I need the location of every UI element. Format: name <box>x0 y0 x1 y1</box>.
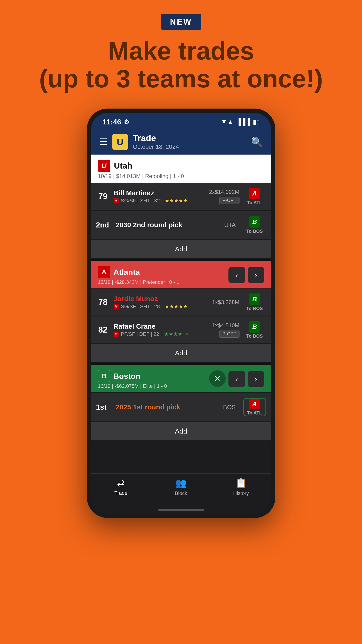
app-header: ☰ U Trade October 18, 2024 🔍 <box>91 129 271 154</box>
home-bar <box>158 509 204 510</box>
player-info: Jordie Munoz M SG/SF | SHT | 28 | ★★★★★ <box>113 295 208 310</box>
menu-icon[interactable]: ☰ <box>99 136 108 147</box>
player-name: Jordie Munoz <box>113 295 208 303</box>
pick-round: 1st <box>96 403 112 412</box>
player-team-logo: M <box>113 304 119 309</box>
player-number: 79 <box>96 192 110 201</box>
player-info: Rafael Crane M PF/SF | DEF | 22 | ★★★★★ <box>113 322 208 337</box>
boston-pick-row: 1st 2025 1st round pick BOS A To ATL <box>91 393 271 421</box>
utah-add-button[interactable]: Add <box>91 240 271 258</box>
player-number: 78 <box>96 298 110 307</box>
boston-team-name: Boston <box>113 372 140 381</box>
nav-item-block[interactable]: 👥 Block <box>151 478 211 496</box>
prev-arrow-button[interactable]: ‹ <box>228 267 245 283</box>
battery-icon: ▮▯ <box>253 118 260 126</box>
dest-logo-bos: B <box>249 294 260 305</box>
home-indicator <box>91 506 271 514</box>
pick-name: 2030 2nd round pick <box>116 221 221 229</box>
trade-icon: ⇄ <box>117 478 125 488</box>
player-info: Bill Martinez M SG/SF | SHT | 32 | ★★★★★ <box>113 189 205 204</box>
next-arrow-button[interactable]: › <box>248 267 264 283</box>
header-subtitle: October 18, 2024 <box>133 143 246 150</box>
boston-add-button[interactable]: Add <box>91 422 271 440</box>
pick-name: 2025 1st round pick <box>116 403 220 411</box>
app-logo: U <box>112 134 128 150</box>
atlanta-logo: A <box>98 266 110 278</box>
dest-text: To ATL <box>247 200 262 206</box>
atlanta-nav-arrows: ‹ › <box>228 267 264 283</box>
boston-prev-arrow[interactable]: ‹ <box>228 371 245 387</box>
dest-text-bos: To BOS <box>246 228 263 234</box>
popt-badge: P-OPT <box>219 330 239 338</box>
search-icon[interactable]: 🔍 <box>251 136 263 148</box>
player-stars: ★★★★★ <box>165 304 188 310</box>
destination-badge-bos-1: B To BOS <box>243 293 266 312</box>
atlanta-header-left: A Atlanta 13/19 | -$28.342M | Pretender … <box>98 266 180 285</box>
player-details: M PF/SF | DEF | 22 | ★★★★★ <box>113 331 208 337</box>
signal-icon: ▐▐▐ <box>236 118 250 126</box>
destination-badge-atl: A To ATL <box>243 187 266 206</box>
nav-item-trade[interactable]: ⇄ Trade <box>91 478 151 496</box>
history-label: History <box>233 490 249 496</box>
phone-screen: 11:46 ⚙ ▼▲ ▐▐▐ ▮▯ ☰ U Trade October 18, … <box>91 113 271 514</box>
dest-text-bos: To BOS <box>246 306 263 311</box>
header-title: Trade <box>133 134 246 143</box>
player-team-logo: M <box>113 198 119 203</box>
separator-2 <box>91 362 271 365</box>
player-stars: ★★★★ <box>164 331 182 337</box>
trade-label: Trade <box>114 490 128 496</box>
player-number: 82 <box>96 325 110 335</box>
boston-next-arrow[interactable]: › <box>248 371 264 387</box>
dest-logo-bos: B <box>249 216 260 228</box>
utah-team-info: 10/19 | $14.013M | Retooling | 1 - 0 <box>98 173 264 180</box>
boston-nav-arrows: ‹ › <box>228 371 264 387</box>
player-contract: 2x$14.092M P-OPT <box>209 189 239 204</box>
block-label: Block <box>175 490 187 496</box>
dest-text-atl: To ATL <box>247 410 262 416</box>
boston-section-header: B Boston 16/19 | -$62.075M | Elite | 1 -… <box>91 365 271 392</box>
atlanta-team-info: 13/19 | -$28.342M | Pretender | 0 - 1 <box>98 279 180 285</box>
boston-team-info: 16/19 | -$62.075M | Elite | 1 - 0 <box>98 383 167 389</box>
nav-item-history[interactable]: 📋 History <box>211 478 271 496</box>
atlanta-player-row-1: 78 Jordie Munoz M SG/SF | SHT | 28 | ★★★… <box>91 289 271 316</box>
status-icons: ▼▲ ▐▐▐ ▮▯ <box>221 118 260 126</box>
status-bar: 11:46 ⚙ ▼▲ ▐▐▐ ▮▯ <box>91 113 271 129</box>
player-details: M SG/SF | SHT | 28 | ★★★★★ <box>113 304 208 310</box>
atlanta-player-row-2: 82 Rafael Crane M PF/SF | DEF | 22 | ★★★… <box>91 316 271 343</box>
dest-text-bos: To BOS <box>246 334 263 339</box>
separator-1 <box>91 258 271 261</box>
destination-badge-atl-boston: A To ATL <box>243 398 266 416</box>
destination-badge-bos-2: B To BOS <box>243 320 266 339</box>
utah-team-name: Utah <box>114 161 132 171</box>
dest-logo-atl: A <box>249 188 260 199</box>
destination-badge-bos: B To BOS <box>243 216 266 234</box>
atlanta-section-header: A Atlanta 13/19 | -$28.342M | Pretender … <box>91 261 271 288</box>
player-name: Bill Martinez <box>113 189 205 197</box>
dest-logo-bos: B <box>249 321 260 332</box>
utah-player-row-1: 79 Bill Martinez M SG/SF | SHT | 32 | ★★… <box>91 183 271 210</box>
player-contract: 1x$4.510M P-OPT <box>212 322 240 338</box>
player-contract: 1x$3.268M <box>212 299 240 306</box>
header-title-block: Trade October 18, 2024 <box>133 134 246 150</box>
boston-header-left: B Boston 16/19 | -$62.075M | Elite | 1 -… <box>98 370 167 389</box>
pick-team: UTA <box>224 222 236 228</box>
player-name: Rafael Crane <box>113 322 208 330</box>
utah-section-header: U Utah 10/19 | $14.013M | Retooling | 1 … <box>91 154 271 182</box>
boston-close-button[interactable]: ✕ <box>209 370 226 387</box>
phone-shell: 11:46 ⚙ ▼▲ ▐▐▐ ▮▯ ☰ U Trade October 18, … <box>87 108 275 518</box>
new-badge: NEW <box>161 14 201 30</box>
content-scroll: U Utah 10/19 | $14.013M | Retooling | 1 … <box>91 154 271 473</box>
history-icon: 📋 <box>235 478 247 488</box>
status-time: 11:46 ⚙ <box>102 118 129 126</box>
boston-logo: B <box>98 370 110 382</box>
player-details: M SG/SF | SHT | 32 | ★★★★★ <box>113 198 205 204</box>
utah-logo: U <box>98 160 110 172</box>
block-icon: 👥 <box>175 478 187 488</box>
atlanta-add-button[interactable]: Add <box>91 344 271 362</box>
wifi-icon: ▼▲ <box>221 118 234 126</box>
dest-logo-atl: A <box>249 398 260 410</box>
pick-team: BOS <box>223 404 236 411</box>
promo-title: Make trades (up to 3 teams at once!) <box>9 37 353 92</box>
pick-round: 2nd <box>96 221 112 229</box>
promo-area: NEW Make trades (up to 3 teams at once!) <box>0 0 362 102</box>
